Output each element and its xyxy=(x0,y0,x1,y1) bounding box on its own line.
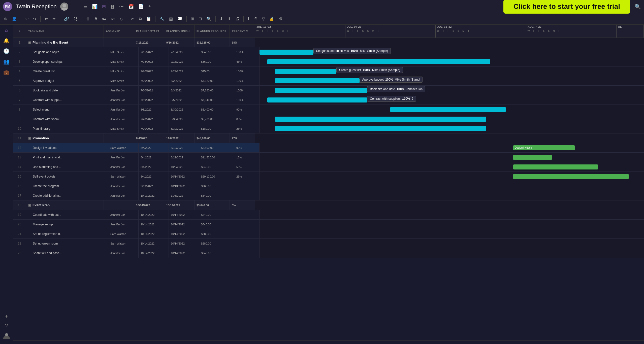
table-row[interactable]: 9 Contract with speak... Jennifer Jor 7/… xyxy=(13,114,644,124)
table-row[interactable]: 19 Coordinate with cat... Jennifer Jor 1… xyxy=(13,210,644,220)
add-task-button[interactable]: ⊕ xyxy=(3,15,9,22)
col-header-percent[interactable]: PERCENT C... xyxy=(230,25,255,38)
col-header-resource[interactable]: PLANNED RESOURCE... xyxy=(195,25,230,38)
sidebar-add[interactable]: + xyxy=(5,314,8,319)
sidebar-home[interactable]: ⌂ xyxy=(5,27,8,33)
collapse-icon[interactable]: ▣ xyxy=(28,203,31,207)
redo-button[interactable]: ↪ xyxy=(31,15,38,22)
sidebar-notifications[interactable]: 🔔 xyxy=(3,38,10,44)
row-percent xyxy=(234,248,260,258)
table-row[interactable]: 18 ▣Event Prep 10/14/2022 10/14/2022 $3,… xyxy=(13,200,644,210)
table-row[interactable]: 5 Approve budget Mike Smith 7/20/2022 8/… xyxy=(13,76,644,86)
copy-button[interactable]: ⧉ xyxy=(137,16,143,22)
sidebar-clock[interactable]: 🕐 xyxy=(3,48,10,54)
cut-button[interactable]: ✂ xyxy=(130,15,136,22)
table-row[interactable]: 12 Design invitations Sam Watson 8/4/202… xyxy=(13,143,644,153)
table-row[interactable]: 20 Manage set up Jennifer Jor 10/14/2022… xyxy=(13,220,644,229)
row-start: 8/4/2022 xyxy=(139,153,169,162)
comment-button[interactable]: 💬 xyxy=(176,15,184,22)
collapse-icon[interactable]: ▣ xyxy=(28,41,31,44)
wave-icon[interactable]: 〜 xyxy=(119,4,124,10)
horizontal-scrollbar[interactable] xyxy=(13,340,644,344)
table-button[interactable]: ▦ xyxy=(168,15,174,22)
col-header-start[interactable]: PLANNED START ... xyxy=(134,25,164,38)
table-row[interactable]: 3 Develop sponsorships Mike Smith 7/18/2… xyxy=(13,57,644,66)
paste-button[interactable]: 📋 xyxy=(145,15,153,22)
settings-button[interactable]: ⚙ xyxy=(277,15,284,22)
table-row[interactable]: 13 Print and mail invitat... Jennifer Jo… xyxy=(13,153,644,162)
lock-button[interactable]: 🔒 xyxy=(268,15,276,22)
grid1-button[interactable]: ⊞ xyxy=(189,15,196,22)
export-button[interactable]: ⬇ xyxy=(218,15,224,22)
table-row[interactable]: 10 Plan itinerary Mike Smith 7/20/2022 8… xyxy=(13,124,644,133)
row-resource: $360.00 xyxy=(199,57,234,66)
print-button[interactable]: 🖨 xyxy=(234,16,241,22)
col-header-task[interactable]: TASK NAME xyxy=(26,25,104,38)
table-row[interactable]: 23 Share wifi and pass... Jennifer Jor 1… xyxy=(13,248,644,258)
indent-button[interactable]: ⇒ xyxy=(51,15,57,22)
table-row[interactable]: 17 Create additional m... Jennifer Jor 1… xyxy=(13,191,644,200)
sidebar-help[interactable]: ? xyxy=(5,323,8,329)
table-row[interactable]: 6 Book site and date Jennifer Jor 7/20/2… xyxy=(13,86,644,95)
zoom-button[interactable]: 🔍 xyxy=(205,15,213,22)
table-row[interactable]: 2 Set goals and objec... Mike Smith 7/15… xyxy=(13,47,644,57)
table-row[interactable]: 22 Set up green room Sam Watson 10/14/20… xyxy=(13,239,644,248)
sidebar-user-avatar[interactable] xyxy=(3,332,10,340)
filter-button[interactable]: ⚗ xyxy=(252,15,259,22)
trash-button[interactable]: 🗑 xyxy=(84,16,91,22)
info-button[interactable]: ℹ xyxy=(246,15,251,22)
funnel-button[interactable]: ▽ xyxy=(260,15,266,22)
row-num: 12 xyxy=(13,143,26,152)
row-percent: 50% xyxy=(234,162,260,171)
row-assigned: Jennifer Jor xyxy=(108,210,139,219)
sidebar-people[interactable]: 👥 xyxy=(3,59,10,65)
grid2-button[interactable]: ⊟ xyxy=(197,15,203,22)
gantt-cell xyxy=(260,248,644,258)
tag-button[interactable]: 🏷 xyxy=(101,16,108,22)
upload-button[interactable]: ⬆ xyxy=(226,15,232,22)
undo-button[interactable]: ↩ xyxy=(24,15,30,22)
plus-icon[interactable]: + xyxy=(148,4,151,9)
table-row[interactable]: 16 Create the program Jennifer Jor 9/19/… xyxy=(13,181,644,191)
number-button[interactable]: 123 xyxy=(109,16,117,21)
chart-icon[interactable]: 📊 xyxy=(92,4,98,9)
table-row[interactable]: 21 Set up registration d... Sam Watson 1… xyxy=(13,229,644,239)
gantt-active-icon[interactable]: ⊟ xyxy=(102,4,106,9)
table-row[interactable]: 11 ▣Promotion 8/4/2022 11/8/2022 $45,680… xyxy=(13,133,644,143)
row-task: Contract with suppli... xyxy=(31,95,108,105)
table2-icon[interactable]: ▦ xyxy=(110,4,115,9)
font-button[interactable]: A xyxy=(93,16,99,22)
link-button[interactable]: 🔗 xyxy=(62,15,71,22)
table-row[interactable]: 4 Create guest list Mike Smith 7/20/2022… xyxy=(13,66,644,76)
add-person-button[interactable]: 👤 xyxy=(10,15,18,22)
doc-icon[interactable]: 📄 xyxy=(138,4,144,9)
gantt-cell: Create guest list 100% Mike Smith (Sampl… xyxy=(260,66,644,76)
row-assigned: Jennifer Jor xyxy=(108,95,139,105)
search-icon[interactable]: 🔍 xyxy=(635,4,641,10)
row-start: 10/14/2022 xyxy=(134,200,164,210)
menu-icon[interactable]: ☰ xyxy=(83,4,87,9)
col-header-assigned[interactable]: ASSIGNED xyxy=(104,25,134,38)
col-header-finish[interactable]: PLANNED FINISH ... xyxy=(164,25,195,38)
calendar-icon[interactable]: 📅 xyxy=(128,4,134,9)
unlink-button[interactable]: ⛓ xyxy=(72,16,79,22)
table-row[interactable]: 8 Select menu Jennifer Jor 8/8/2022 8/30… xyxy=(13,105,644,114)
table-row[interactable]: 14 Use Marketing and ... Jennifer Jor 8/… xyxy=(13,162,644,172)
tl-day: F xyxy=(356,29,361,33)
tl-day: F xyxy=(446,29,451,33)
diamond-button[interactable]: ◇ xyxy=(118,15,124,22)
row-percent xyxy=(234,181,260,191)
gantt-cell xyxy=(260,124,644,133)
table-row[interactable]: 7 Contract with suppli... Jennifer Jor 7… xyxy=(13,95,644,105)
sidebar-briefcase[interactable]: 💼 xyxy=(3,69,10,75)
outdent-button[interactable]: ⇐ xyxy=(43,15,49,22)
wrench-button[interactable]: 🔧 xyxy=(158,15,166,22)
tl-day: T xyxy=(441,29,446,33)
table-row[interactable]: 1 ▣Planning the Big Event 7/15/2022 9/16… xyxy=(13,38,644,47)
row-num: 15 xyxy=(13,172,26,181)
row-finish: 10/5/2022 xyxy=(169,162,199,171)
table-row[interactable]: 15 Sell event tickets Sam Watson 8/4/202… xyxy=(13,172,644,181)
free-trial-button[interactable]: Click here to start your free trial xyxy=(503,0,630,14)
collapse-icon[interactable]: ▣ xyxy=(28,136,31,140)
row-resource: $29,120.00 xyxy=(199,172,234,181)
